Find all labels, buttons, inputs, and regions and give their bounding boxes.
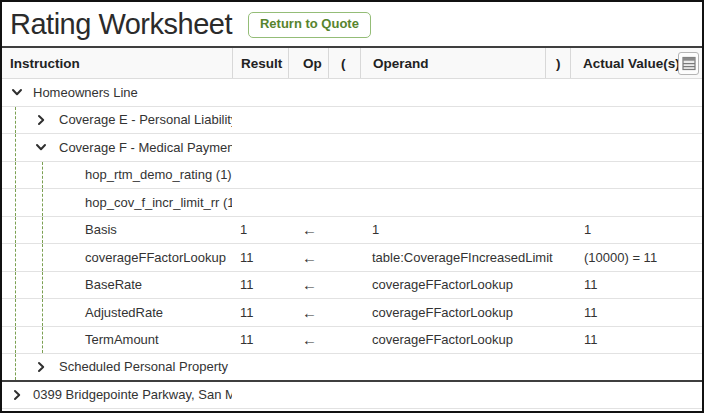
indent-guide <box>15 244 16 271</box>
actual-values-cell: 1 <box>570 222 702 237</box>
op-cell: ← <box>288 276 328 293</box>
indent-guide <box>42 162 43 189</box>
instruction-label: Basis <box>2 222 117 237</box>
indent-guide <box>42 272 43 299</box>
worksheet-row: coverageFFactorLookup 11 ← table:Coverag… <box>2 244 702 272</box>
chevron-right-icon[interactable] <box>11 389 23 401</box>
instruction-cell: TermAmount <box>2 327 232 354</box>
chevron-right-icon[interactable] <box>35 361 47 373</box>
actual-values-cell: 11 <box>570 305 702 320</box>
indent-guide <box>42 217 43 244</box>
worksheet-row: TermAmount 11 ← coverageFFactorLookup 11 <box>2 327 702 355</box>
result-cell: 1 <box>232 222 288 237</box>
indent-guide <box>15 327 16 354</box>
worksheet-row: Basis 1 ← 1 1 <box>2 217 702 245</box>
operand-cell: coverageFFactorLookup <box>360 277 545 292</box>
result-cell: 11 <box>232 305 288 320</box>
instruction-cell: BaseRate <box>2 272 232 299</box>
column-header-result: Result <box>232 48 288 78</box>
operand-cell: 1 <box>360 222 545 237</box>
worksheet-row: AdjustedRate 11 ← coverageFFactorLookup … <box>2 299 702 327</box>
worksheet-row: hop_cov_f_incr_limit_rr (1) <box>2 189 702 217</box>
instruction-label: hop_rtm_demo_rating (1) <box>2 167 232 182</box>
worksheet-row[interactable]: Coverage F - Medical Payments To Others <box>2 134 702 162</box>
result-cell: 11 <box>232 250 288 265</box>
page-title: Rating Worksheet <box>10 10 232 39</box>
operand-cell: coverageFFactorLookup <box>360 332 545 347</box>
instruction-label: hop_cov_f_incr_limit_rr (1) <box>2 195 232 210</box>
result-cell: 11 <box>232 277 288 292</box>
instruction-cell: AdjustedRate <box>2 299 232 326</box>
result-cell: 11 <box>232 332 288 347</box>
instruction-label: TermAmount <box>2 332 159 347</box>
worksheet-row: hop_rtm_demo_rating (1) <box>2 162 702 190</box>
actual-values-cell: (10000) = 11 <box>570 250 702 265</box>
indent-guide <box>42 299 43 326</box>
instruction-cell: Coverage F - Medical Payments To Others <box>2 134 232 161</box>
instruction-cell: coverageFFactorLookup <box>2 244 232 271</box>
op-cell: ← <box>288 304 328 321</box>
worksheet-row[interactable]: Coverage E - Personal Liability <box>2 107 702 135</box>
chevron-down-icon[interactable] <box>35 141 47 153</box>
instruction-label: coverageFFactorLookup <box>2 250 226 265</box>
worksheet-row[interactable]: Scheduled Personal Property <box>2 354 702 382</box>
column-header-operand: Operand <box>360 48 545 78</box>
column-header-open-paren: ( <box>328 48 360 78</box>
instruction-cell: Basis <box>2 217 232 244</box>
instruction-label: BaseRate <box>2 277 142 292</box>
indent-guide <box>15 354 16 380</box>
operand-cell: coverageFFactorLookup <box>360 305 545 320</box>
indent-guide <box>42 189 43 216</box>
table-header-row: Instruction Result Op ( Operand ) Actual… <box>2 48 702 79</box>
actual-values-cell: 11 <box>570 277 702 292</box>
operand-cell: table:CoverageFIncreasedLimit <box>360 250 545 265</box>
actual-values-cell: 11 <box>570 332 702 347</box>
indent-guide <box>42 327 43 354</box>
column-header-close-paren: ) <box>545 48 570 78</box>
indent-guide <box>15 134 16 161</box>
op-cell: ← <box>288 331 328 348</box>
instruction-cell: 0399 Bridgepointe Parkway, San Mateo, CA <box>2 382 232 409</box>
rating-worksheet-page: Rating Worksheet Return to Quote Instruc… <box>0 0 704 413</box>
instruction-cell: hop_rtm_demo_rating (1) <box>2 162 232 189</box>
worksheet-body: Homeowners Line Coverage E - Personal Li… <box>2 79 702 409</box>
indent-guide <box>15 189 16 216</box>
instruction-cell: Homeowners Line <box>2 79 232 106</box>
indent-guide <box>15 107 16 134</box>
chevron-right-icon[interactable] <box>35 114 47 126</box>
instruction-cell: Coverage E - Personal Liability <box>2 107 232 134</box>
indent-guide <box>15 162 16 189</box>
indent-guide <box>15 217 16 244</box>
instruction-label: AdjustedRate <box>2 305 163 320</box>
op-cell: ← <box>288 221 328 238</box>
op-cell: ← <box>288 249 328 266</box>
column-header-op: Op <box>288 48 328 78</box>
indent-guide <box>15 299 16 326</box>
table-grid-icon[interactable] <box>678 52 699 75</box>
indent-guide <box>15 272 16 299</box>
rating-worksheet-table: Instruction Result Op ( Operand ) Actual… <box>2 46 702 409</box>
page-header: Rating Worksheet Return to Quote <box>2 2 702 46</box>
return-to-quote-button[interactable]: Return to Quote <box>248 12 371 37</box>
worksheet-row[interactable]: Homeowners Line <box>2 79 702 107</box>
instruction-label: 0399 Bridgepointe Parkway, San Mateo, CA <box>2 387 232 402</box>
instruction-cell: Scheduled Personal Property <box>2 354 232 380</box>
chevron-down-icon[interactable] <box>11 86 23 98</box>
worksheet-row[interactable]: 0399 Bridgepointe Parkway, San Mateo, CA <box>2 382 702 410</box>
worksheet-row: BaseRate 11 ← coverageFFactorLookup 11 <box>2 272 702 300</box>
column-header-instruction: Instruction <box>2 48 232 78</box>
instruction-cell: hop_cov_f_incr_limit_rr (1) <box>2 189 232 216</box>
indent-guide <box>42 244 43 271</box>
